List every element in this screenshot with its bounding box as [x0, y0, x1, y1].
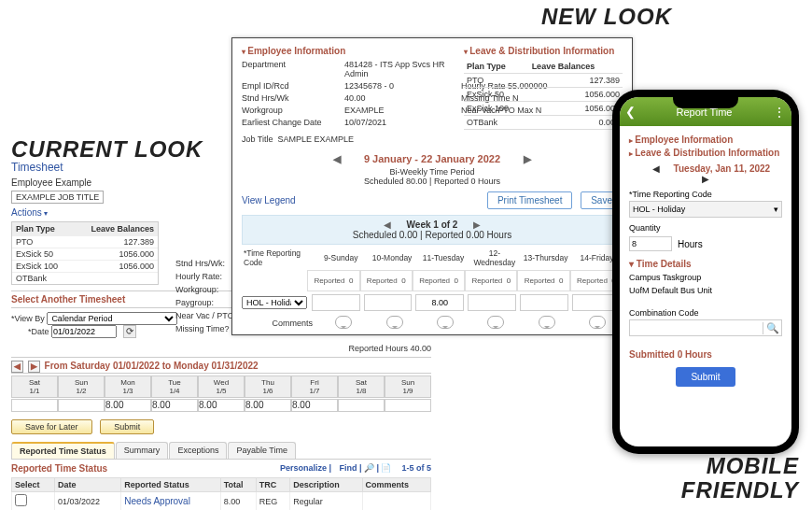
mobile-quantity-label: Quantity: [629, 223, 782, 233]
comment-icon[interactable]: [487, 316, 504, 329]
table-row: 01/03/2022Needs Approval8.00REGRegular: [12, 492, 431, 511]
mobile-combo-input[interactable]: [630, 320, 763, 335]
mobile-prev-day-icon[interactable]: ◀: [652, 163, 660, 174]
comment-icon[interactable]: [539, 316, 555, 329]
day-header: Wed1/5: [198, 375, 245, 398]
date-range-nav: ◀ 9 January - 22 January 2022 ▶: [242, 153, 623, 165]
submit-button[interactable]: Submit: [100, 419, 154, 434]
reported-time-status-heading: Reported Time Status Personalize | Find …: [11, 463, 431, 474]
balance-row: PTO127.389: [12, 235, 158, 248]
time-cell[interactable]: 8.00: [245, 399, 291, 412]
print-timesheet-button[interactable]: Print Timesheet: [487, 191, 572, 209]
prev-week-icon[interactable]: ◀: [384, 220, 391, 230]
time-cell[interactable]: [58, 399, 105, 412]
status-link[interactable]: Needs Approval: [124, 496, 190, 506]
day-col-header: 12-Wednesday: [469, 248, 520, 267]
mobile-submit-button[interactable]: Submit: [676, 367, 735, 387]
comment-icon[interactable]: [386, 316, 403, 329]
tab-reported time status[interactable]: Reported Time Status: [11, 442, 115, 459]
time-cell[interactable]: [338, 399, 385, 412]
time-cell[interactable]: 8.00: [198, 399, 245, 412]
leave-row: ExSick 501056.000: [464, 88, 623, 102]
next-period-icon[interactable]: ▶: [28, 361, 40, 373]
day-header: Mon1/3: [105, 375, 151, 398]
new-look-panel: Employee Information Department481428 - …: [231, 37, 633, 335]
time-cell[interactable]: [385, 399, 431, 412]
status-toolbar[interactable]: Personalize | Find | 🔎 | 📄 1-5 of 5: [274, 463, 431, 473]
mobile-leave-section[interactable]: Leave & Distribution Information: [629, 148, 782, 158]
mobile-combo-label: Combination Code: [629, 308, 782, 318]
hours-input[interactable]: [312, 294, 360, 311]
period-range: ◀ ▶ From Saturday 01/01/2022 to Monday 0…: [11, 357, 431, 374]
date-input[interactable]: [51, 325, 117, 338]
overflow-menu-icon[interactable]: ⋮: [773, 108, 786, 116]
time-cell[interactable]: 8.00: [105, 399, 151, 412]
refresh-icon[interactable]: ⟳: [123, 325, 136, 338]
day-header: Sat1/1: [11, 375, 58, 398]
view-legend-link[interactable]: View Legend: [242, 195, 296, 205]
mobile-quantity-unit: Hours: [678, 239, 703, 249]
day-col-header: 10-Monday: [367, 253, 418, 262]
day-header: Sun1/9: [385, 375, 431, 398]
next-range-icon[interactable]: ▶: [524, 153, 531, 164]
comments-label: Comments: [242, 319, 318, 328]
mobile-quantity-input[interactable]: [629, 236, 672, 251]
hours-input[interactable]: [415, 294, 464, 311]
trc-select[interactable]: HOL - Holiday: [242, 296, 307, 309]
prev-range-icon[interactable]: ◀: [333, 153, 341, 164]
mobile-next-day-icon[interactable]: ▶: [702, 174, 709, 184]
mobile-trc-label: *Time Reporting Code: [629, 190, 782, 199]
balance-row: ExSick 501056.000: [12, 248, 158, 260]
mobile-phone-frame: ❮ Report Time ⋮ Employee Information Lea…: [612, 90, 799, 454]
hours-input[interactable]: [520, 294, 568, 311]
tab-summary[interactable]: Summary: [116, 442, 169, 459]
prev-period-icon[interactable]: ◀: [11, 361, 23, 373]
mobile-trc-select[interactable]: HOL - Holiday▾: [629, 201, 782, 218]
mobile-time-details-heading[interactable]: Time Details: [629, 259, 782, 269]
tab-payable time[interactable]: Payable Time: [228, 442, 296, 459]
day-header: Tue1/4: [151, 375, 198, 398]
time-cell[interactable]: [11, 399, 58, 412]
day-header: Thu1/6: [245, 375, 291, 398]
day-col-header: 11-Tuesday: [418, 253, 469, 262]
back-icon[interactable]: ❮: [625, 105, 636, 119]
status-tabs: Reported Time StatusSummaryExceptionsPay…: [11, 442, 431, 460]
day-col-header: 9-Sunday: [315, 253, 367, 262]
day-header: Fri1/7: [291, 375, 338, 398]
save-for-later-button[interactable]: Save for Later: [11, 419, 92, 434]
scheduled-summary: Scheduled 80.00 | Reported 0 Hours: [242, 177, 623, 186]
tab-exceptions[interactable]: Exceptions: [169, 442, 227, 459]
period-type: Bi-Weekly Time Period: [242, 167, 623, 177]
mobile-submitted-label: Submitted 0 Hours: [629, 349, 782, 360]
leave-row: PTO127.389: [464, 74, 623, 88]
comment-icon[interactable]: [589, 316, 606, 329]
mobile-emp-info-section[interactable]: Employee Information: [629, 135, 782, 145]
time-cell[interactable]: 8.00: [151, 399, 198, 412]
reported-cell: Reported 0: [307, 270, 359, 291]
comment-icon[interactable]: [335, 316, 352, 329]
day-header-row: Sat1/1Sun1/2Mon1/3Tue1/4Wed1/5Thu1/6Fri1…: [11, 375, 431, 398]
next-week-icon[interactable]: ▶: [473, 220, 481, 230]
leave-heading[interactable]: Leave & Distribution Information: [464, 46, 623, 56]
time-cell[interactable]: 8.00: [291, 399, 338, 412]
row-select-checkbox[interactable]: [15, 494, 27, 506]
reported-cell: Reported 0: [413, 270, 465, 291]
day-value-row: 8.008.008.008.008.00: [11, 399, 431, 412]
search-icon[interactable]: 🔍: [763, 322, 781, 334]
leave-balances-table: Plan TypeLeave Balances PTO127.389ExSick…: [11, 221, 159, 285]
leave-row: ExSick 1001056.000: [464, 102, 623, 116]
status-table: SelectDateReported StatusTotalTRCDescrip…: [11, 477, 431, 510]
leave-row: OTBank0.000: [464, 116, 623, 130]
day-col-header: 13-Thursday: [520, 253, 571, 262]
hours-input[interactable]: [468, 294, 516, 311]
day-header: Sun1/2: [58, 375, 105, 398]
view-by-select[interactable]: Calendar Period: [47, 312, 177, 325]
reported-hours: Reported Hours 40.00: [11, 344, 431, 353]
reported-cell: Reported 0: [517, 270, 569, 291]
hours-input[interactable]: [364, 294, 413, 311]
leave-distribution-box: Leave & Distribution Information Plan Ty…: [464, 46, 623, 130]
week-nav: ◀ Week 1 of 2 ▶ Scheduled 0.00 | Reporte…: [242, 215, 623, 245]
label-mobile-friendly: MOBILEFRIENDLY: [681, 454, 799, 503]
reported-cell: Reported 0: [360, 270, 413, 291]
comment-icon[interactable]: [437, 316, 454, 329]
